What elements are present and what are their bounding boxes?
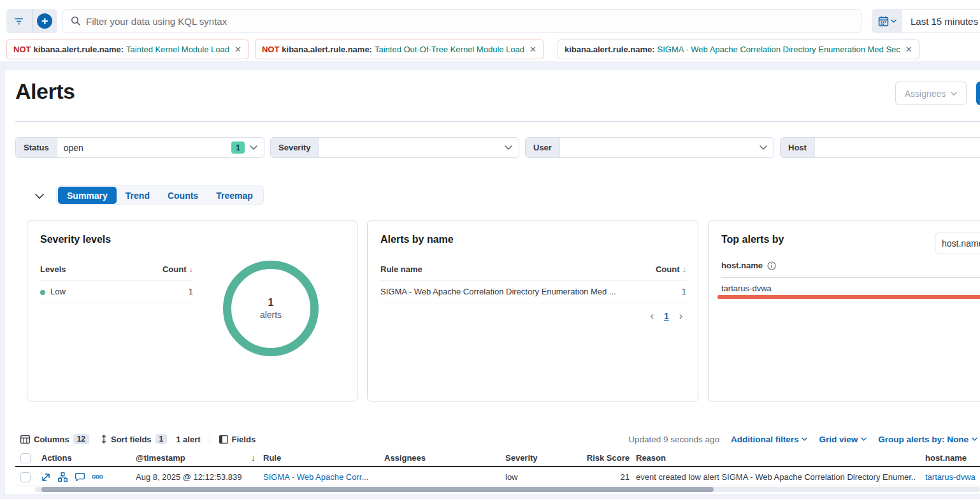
rule-name-column-header: Rule name — [380, 264, 422, 274]
calendar-icon — [878, 16, 889, 27]
host-filter-control[interactable]: Host — [780, 137, 980, 158]
sort-desc-icon: ↓ — [682, 264, 687, 274]
time-range-button[interactable]: Last 15 minutes — [902, 9, 980, 33]
host-name-column-header[interactable]: host.name — [925, 450, 980, 466]
severity-levels-table: Levels Count↓ Low 1 — [40, 261, 193, 303]
rule-count-value: 1 — [682, 287, 686, 296]
alerts-by-name-table: Rule name Count↓ SIGMA - Web Apache Corr… — [380, 261, 686, 303]
chevron-down-icon — [802, 437, 807, 441]
tab-trend[interactable]: Trend — [117, 187, 159, 204]
tab-summary[interactable]: Summary — [58, 187, 117, 204]
severity-donut-chart: 1 alerts — [223, 261, 319, 356]
more-actions-icon[interactable] — [92, 475, 103, 479]
severity-column-header[interactable]: Severity — [505, 450, 582, 466]
kql-search-bar[interactable] — [62, 9, 861, 33]
remove-filter-icon[interactable]: ✕ — [905, 45, 912, 54]
severity-level-row: Low 1 — [40, 280, 193, 303]
page-number-1[interactable]: 1 — [664, 311, 669, 321]
alerts-content: Alerts Assignees Status open 1 Severity — [5, 70, 980, 494]
risk-score-column-header[interactable]: Risk Score — [582, 450, 630, 466]
filter-value-label: Tainted Kernel Module Load — [126, 45, 229, 54]
top-alerts-field-header: host.name — [721, 261, 776, 270]
donut-total-value: 1 — [268, 297, 274, 308]
grid-header-row: Actions @timestamp ↓ Rule Assignees Seve… — [15, 450, 980, 467]
severity-filter-control[interactable]: Severity — [270, 137, 519, 158]
grid-view-button[interactable]: Grid view — [819, 435, 867, 444]
count-column-header[interactable]: Count↓ — [162, 264, 193, 274]
chevron-down-icon — [861, 437, 867, 441]
reason-column-header[interactable]: Reason — [636, 450, 916, 466]
group-alerts-by-button[interactable]: Group alerts by: None — [878, 435, 977, 444]
filter-value-label: SIGMA - Web Apache Correlation Directory… — [658, 45, 900, 54]
filter-pill-bar: NOT kibana.alert.rule.name: Tainted Kern… — [6, 40, 919, 59]
tab-counts[interactable]: Counts — [159, 187, 207, 204]
collapse-section-button[interactable] — [31, 187, 48, 205]
sort-desc-icon: ↓ — [251, 450, 263, 466]
user-filter-control[interactable]: User — [525, 137, 774, 158]
session-view-icon[interactable] — [75, 473, 85, 481]
manage-rules-button[interactable] — [976, 82, 980, 105]
remove-filter-icon[interactable]: ✕ — [530, 45, 537, 54]
date-quick-select-button[interactable] — [872, 9, 902, 33]
previous-page-icon[interactable]: ‹ — [651, 310, 654, 322]
filter-negation-label: NOT — [262, 45, 279, 54]
expand-alert-icon[interactable] — [41, 473, 50, 482]
rule-link[interactable]: SIGMA - Web Apache Corr... — [263, 468, 381, 486]
status-filter-count-badge: 1 — [231, 141, 245, 154]
alerts-by-name-panel: Alerts by name Rule name Count↓ SIGMA - … — [367, 221, 698, 401]
kql-search-input[interactable] — [86, 16, 853, 27]
chevron-down-icon — [760, 145, 767, 150]
panel-title: Severity levels — [40, 234, 111, 245]
grid-toolbar: Columns 12 Sort fields 1 1 alert Fields — [20, 432, 977, 446]
toolbar-divider — [210, 434, 210, 444]
top-alerts-field-select[interactable]: host.name — [935, 233, 980, 254]
alert-count-label: 1 alert — [176, 435, 200, 444]
reason-cell: event created low alert SIGMA - Web Apac… — [636, 468, 916, 486]
row-actions — [41, 468, 137, 486]
top-alert-bar[interactable] — [717, 295, 980, 299]
severity-cell: low — [505, 468, 582, 486]
assignees-column-header[interactable]: Assignees — [384, 450, 499, 466]
chevron-down-icon — [505, 145, 512, 150]
chevron-down-icon — [891, 19, 897, 23]
filter-pill[interactable]: kibana.alert.rule.name: SIGMA - Web Apac… — [558, 40, 919, 59]
timestamp-cell: Aug 8, 2025 @ 12:12:53.839 — [136, 468, 263, 486]
additional-filters-button[interactable]: Additional filters — [731, 435, 808, 444]
field-select-value: host.name — [942, 238, 980, 249]
saved-query-menu-button[interactable] — [6, 9, 32, 33]
rule-name-row: SIGMA - Web Apache Correlation Directory… — [380, 280, 686, 303]
info-icon[interactable] — [767, 261, 776, 270]
filter-field-label: kibana.alert.rule.name: — [282, 45, 372, 54]
severity-levels-panel: Severity levels Levels Count↓ Low 1 1 al… — [27, 221, 357, 401]
fields-browser-button[interactable]: Fields — [219, 435, 256, 444]
status-filter-control[interactable]: Status open 1 — [15, 137, 264, 158]
sort-fields-button[interactable]: Sort fields 1 — [101, 434, 167, 444]
columns-label: Columns — [34, 435, 69, 444]
filter-pill[interactable]: NOT kibana.alert.rule.name: Tainted Kern… — [6, 40, 249, 59]
filter-funnel-icon — [14, 17, 24, 25]
select-row-checkbox[interactable] — [20, 472, 31, 482]
columns-selector-button[interactable]: Columns 12 — [20, 434, 89, 444]
add-filter-button[interactable]: + — [32, 9, 58, 33]
table-header-row: Levels Count↓ — [40, 261, 193, 280]
timestamp-column-header[interactable]: @timestamp — [136, 450, 263, 466]
filter-negation-label: NOT — [13, 45, 31, 54]
chevron-down-icon — [972, 437, 977, 441]
tab-treemap[interactable]: Treemap — [207, 187, 262, 204]
donut-total-label: alerts — [260, 310, 282, 320]
host-name-link[interactable]: tartarus-dvwa — [925, 468, 980, 486]
count-column-header[interactable]: Count↓ — [656, 264, 686, 274]
time-range-picker: Last 15 minutes — [872, 9, 980, 33]
remove-filter-icon[interactable]: ✕ — [234, 45, 241, 54]
assignees-filter-button[interactable]: Assignees — [895, 82, 967, 105]
horizontal-scrollbar[interactable] — [35, 487, 980, 492]
select-all-checkbox[interactable] — [20, 453, 31, 463]
analyzer-icon[interactable] — [58, 472, 68, 482]
assignees-button-label: Assignees — [905, 89, 946, 99]
rule-column-header[interactable]: Rule — [263, 450, 381, 466]
grid-toolbar-right: Updated 9 seconds ago Additional filters… — [628, 435, 977, 444]
next-page-icon[interactable]: › — [679, 310, 682, 322]
scrollbar-thumb[interactable] — [41, 487, 714, 492]
top-alert-bar-label: tartarus-dvwa — [721, 284, 772, 293]
filter-pill[interactable]: NOT kibana.alert.rule.name: Tainted Out-… — [255, 40, 544, 59]
